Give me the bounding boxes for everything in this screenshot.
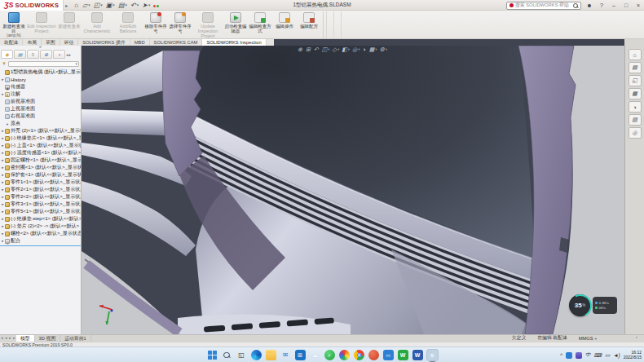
tree-item[interactable]: 1型铠装热电偶 (默认<默认_显示状态-1 — [1, 68, 81, 76]
tree-item[interactable]: ▸ (-) 温度传感器<1> (默认<<默认>_ — [1, 149, 81, 157]
display-manager-tab[interactable]: ◑ — [53, 50, 65, 59]
SOLIDWORKS Inspection[interactable]: SOLIDWORKS Inspection — [202, 39, 266, 46]
选择零件序号[interactable]: 选择零件序号 — [168, 11, 192, 38]
装配体[interactable]: 装配体 — [0, 39, 23, 46]
启动检查编辑器[interactable]: 启动检查编辑器 — [223, 11, 248, 38]
评估[interactable]: 评估 — [60, 39, 79, 46]
print-icon[interactable]: ▤▾ — [118, 2, 127, 9]
design-library-icon[interactable]: ▤ — [629, 62, 642, 73]
tree-item[interactable]: ▸ 保护套<1> (默认<<默认>_显示状 — [1, 171, 81, 179]
MBD[interactable]: MBD — [130, 39, 150, 46]
status-icon[interactable]: ◔ — [634, 335, 637, 340]
rebuild-traffic-icon[interactable] — [153, 2, 159, 8]
Add/Edit Balloons[interactable]: Add/Edit Balloons — [112, 11, 143, 38]
forum-icon[interactable]: ◎ — [629, 127, 642, 139]
volume-tray-icon[interactable]: ◄) — [613, 352, 620, 358]
file-explorer-pane-icon[interactable]: ◱ — [629, 75, 642, 86]
tree-item[interactable]: ▸ (-) 绝缘垫.step<1> (默认<<默认> — [1, 215, 81, 223]
red-app-icon[interactable] — [368, 350, 379, 360]
模型[interactable]: 模型 — [16, 335, 35, 342]
save-icon[interactable]: ▣▾ — [106, 2, 115, 9]
ime-keyboard-icon[interactable]: ⌨ — [594, 352, 602, 359]
tree-item[interactable]: ▸ 螺栓<2> (默认<<默认>_显示状态 — [1, 230, 81, 237]
360-safety-icon[interactable]: ✓ — [324, 350, 335, 360]
3D 视图[interactable]: 3D 视图 — [35, 335, 61, 342]
移除零件序号[interactable]: 移除零件序号 — [143, 11, 168, 38]
wps-icon[interactable]: W — [398, 350, 408, 360]
custom-properties-icon[interactable]: ▧ — [629, 114, 642, 126]
view-orientation-icon[interactable]: ◇▾ — [333, 46, 340, 54]
tree-item[interactable]: ▸ (-) 绝缘垫片<1> (默认<<默认>_显 — [1, 135, 81, 142]
新建检查表[interactable]: 新建检查表 — [57, 11, 82, 38]
display-style-icon[interactable]: ◧▾ — [342, 46, 350, 54]
tree-filter-input[interactable] — [8, 61, 79, 67]
360-browser-icon[interactable] — [339, 350, 350, 360]
tree-item[interactable]: ▸ 密封圈<1> (默认<<默认>_显示状 — [1, 164, 81, 171]
tree-item[interactable]: 上视基准面 — [1, 105, 81, 113]
weather-icon[interactable]: ☁ — [310, 350, 320, 360]
tree-item[interactable]: ▸ (-) 上盖<1> (默认<<默认>_显示状 — [1, 142, 81, 149]
view-palette-icon[interactable]: ▦ — [629, 88, 642, 99]
mail-icon[interactable]: ✉ — [280, 350, 291, 360]
start-button[interactable] — [207, 350, 218, 360]
fmtabs-scroll-left-icon[interactable]: ◂ — [66, 52, 68, 57]
file-explorer-icon[interactable] — [266, 350, 276, 360]
tree-item[interactable]: ▸ 固定螺栓<1> (默认<<默认>_显示 — [1, 157, 81, 164]
featuremanager-tree-tab[interactable]: ◆ — [1, 50, 13, 59]
remote-app-icon[interactable]: ▭ — [383, 350, 394, 360]
ime-language-indicator[interactable]: 中 — [585, 351, 591, 359]
section-view-icon[interactable]: ◫▾ — [322, 46, 330, 54]
solidworks-logo[interactable]: ƷS SOLIDWORKS — [0, 0, 64, 11]
configurations-tab[interactable]: ≡ — [27, 50, 39, 59]
help-icon[interactable]: ? — [598, 2, 606, 8]
tree-item[interactable]: + 原点 — [1, 120, 81, 127]
login-icon[interactable]: ☻ — [585, 2, 593, 8]
previous-view-icon[interactable]: ↶ — [314, 46, 320, 54]
graphics-viewport[interactable]: ⊕⊞↶◫▾◇▾◧▾◎▾◑▦▾⚙▾ 35% 0.3K/s 0K/s — [82, 46, 624, 334]
undo-icon[interactable]: ↶▾ — [130, 2, 139, 9]
task-view-button[interactable]: ◱ — [236, 350, 247, 360]
tree-item[interactable]: ▸ 零件1<1> (默认<<默认>_显示状态 — [1, 179, 81, 186]
filter-funnel-icon[interactable]: ▼ — [2, 61, 7, 66]
编辑配方[interactable]: 编辑配方 — [297, 11, 321, 38]
solidworks-taskbar-icon[interactable]: S — [427, 350, 438, 360]
tree-item[interactable]: ▸ (-) 垫片 (2)<2> -> (默认<<默认> — [1, 223, 81, 230]
search-button[interactable] — [222, 350, 232, 360]
编辑检查方式[interactable]: 编辑检查方式 — [248, 11, 272, 38]
Update Inspection Project[interactable]: Update Inspection Project — [192, 11, 223, 38]
apply-scene-icon[interactable]: ▦▾ — [369, 46, 377, 54]
solidworks-resources-icon[interactable]: ⌂ — [629, 49, 642, 60]
tree-item[interactable]: ▸ ◎ 配合 — [1, 237, 81, 245]
tree-item[interactable]: ▸ 外壳 (2)<1> (默认<<默认>_显示状 — [1, 127, 81, 135]
word-icon[interactable]: W — [412, 350, 423, 360]
select-icon[interactable]: ➤▾ — [142, 2, 150, 9]
close-button[interactable]: × — [634, 2, 642, 8]
open-icon[interactable]: ◰▾ — [94, 2, 103, 9]
minimize-button[interactable]: – — [610, 2, 618, 8]
编辑操作[interactable]: 编辑操作 — [272, 11, 297, 38]
store-icon[interactable]: ⊞ — [295, 350, 306, 360]
restore-button[interactable]: □ — [622, 2, 630, 8]
clock[interactable]: 16:12 2022/8/15 — [624, 351, 642, 360]
草图[interactable]: 草图 — [42, 39, 60, 46]
zoom-area-icon[interactable]: ⊞ — [306, 46, 311, 54]
tree-item[interactable]: ▸ 零件2<2> (默认<<默认>_显示状态 — [1, 193, 81, 201]
edit-appearance-icon[interactable]: ◑ — [362, 46, 366, 54]
search-input[interactable]: 搜索 SOLIDWORKS 帮助 — [506, 2, 581, 10]
edge-icon[interactable] — [251, 350, 262, 360]
tree-item[interactable]: ◉ 传感器 — [1, 83, 81, 90]
new-document-icon[interactable]: ▱▾ — [82, 2, 90, 9]
display-tray-icon[interactable]: ▭ — [605, 352, 610, 359]
home-icon[interactable]: ⌂ — [74, 2, 79, 9]
tree-item[interactable]: ▸ 零件2<1> (默认<<默认>_显示状态 — [1, 186, 81, 193]
Add Characteristic[interactable]: Add Characteristic — [82, 11, 112, 38]
新建检查项目[interactable]: 新建检查项目 (amp;N) — [2, 11, 26, 38]
tray-security-icon[interactable] — [576, 352, 582, 359]
menu-expand-arrow[interactable]: ▸ — [65, 2, 68, 8]
tree-item[interactable]: ▸ ◔ History — [1, 76, 81, 83]
tree-item[interactable]: ▸ 零件3<1> (默认<<默认>_显示状态 — [1, 201, 81, 208]
tray-app-blue-icon[interactable] — [566, 352, 572, 359]
zoom-fit-icon[interactable]: ⊕ — [298, 46, 303, 54]
tree-item[interactable]: 前视基准面 — [1, 98, 81, 105]
propertymanager-tab[interactable]: ▤ — [14, 50, 26, 59]
